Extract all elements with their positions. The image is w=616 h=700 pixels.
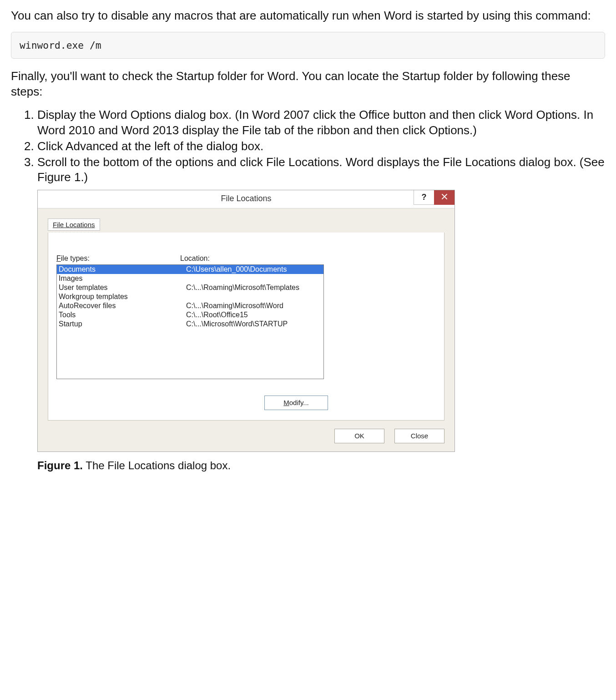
ok-button[interactable]: OK [334,429,384,443]
list-item[interactable]: AutoRecover files C:\...\Roaming\Microso… [57,301,323,310]
step-item: Scroll to the bottom of the options and … [37,155,605,185]
file-locations-panel: File types: Location: Documents C:\Users… [48,233,444,421]
list-item[interactable]: Startup C:\...\Microsoft\Word\STARTUP [57,320,323,329]
list-item[interactable]: User templates C:\...\Roaming\Microsoft\… [57,283,323,292]
figure-caption: Figure 1. The File Locations dialog box. [37,459,605,472]
dialog-titlebar: File Locations ? [38,190,454,208]
file-locations-listbox[interactable]: Documents C:\Users\allen_000\Documents I… [56,264,324,379]
column-header-location: Location: [180,254,436,263]
step-item: Click Advanced at the left of the dialog… [37,139,605,154]
code-block-command: winword.exe /m [11,32,605,59]
step-item: Display the Word Options dialog box. (In… [37,107,605,138]
steps-list: Display the Word Options dialog box. (In… [11,107,605,185]
help-button[interactable]: ? [414,190,434,205]
column-header-file-types: File types: [56,254,180,263]
close-dialog-button[interactable]: Close [394,429,444,443]
tab-file-locations[interactable]: File Locations [48,218,100,231]
list-item[interactable]: Images [57,274,323,283]
list-item[interactable]: Tools C:\...\Root\Office15 [57,310,323,320]
dialog-title: File Locations [38,194,454,203]
intro-paragraph-1: You can also try to disable any macros t… [11,8,605,24]
close-icon [441,193,448,202]
list-item[interactable]: Workgroup templates [57,292,323,301]
modify-button[interactable]: Modify... [264,396,328,410]
file-locations-dialog: File Locations ? File Locations [37,190,455,452]
intro-paragraph-2: Finally, you'll want to check the Startu… [11,69,605,100]
list-item[interactable]: Documents C:\Users\allen_000\Documents [57,265,323,274]
close-button[interactable] [434,190,454,205]
